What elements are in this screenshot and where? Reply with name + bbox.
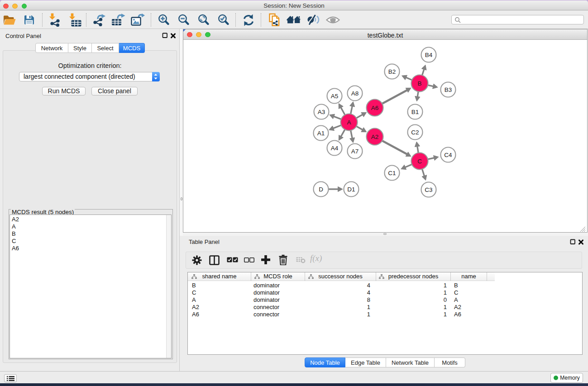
svg-text:A6: A6 [371, 105, 379, 111]
svg-text:A3: A3 [318, 109, 325, 115]
svg-text:C: C [417, 158, 422, 165]
svg-text:A8: A8 [351, 90, 359, 97]
svg-text:A4: A4 [331, 145, 339, 152]
svg-text:B4: B4 [425, 52, 433, 58]
svg-text:A1: A1 [317, 130, 325, 137]
svg-text:D1: D1 [347, 186, 355, 193]
svg-text:C4: C4 [444, 152, 452, 158]
svg-text:A7: A7 [351, 148, 359, 155]
svg-text:A5: A5 [331, 93, 339, 100]
svg-text:D: D [319, 186, 323, 193]
svg-text:C1: C1 [388, 170, 396, 176]
svg-text:B2: B2 [388, 68, 396, 75]
svg-text:A2: A2 [371, 133, 379, 140]
svg-text:B3: B3 [445, 86, 452, 93]
svg-text:C3: C3 [425, 186, 432, 193]
svg-text:B: B [417, 80, 421, 87]
svg-text:C2: C2 [411, 129, 419, 136]
svg-text:A: A [347, 119, 351, 126]
svg-text:B1: B1 [411, 109, 419, 115]
